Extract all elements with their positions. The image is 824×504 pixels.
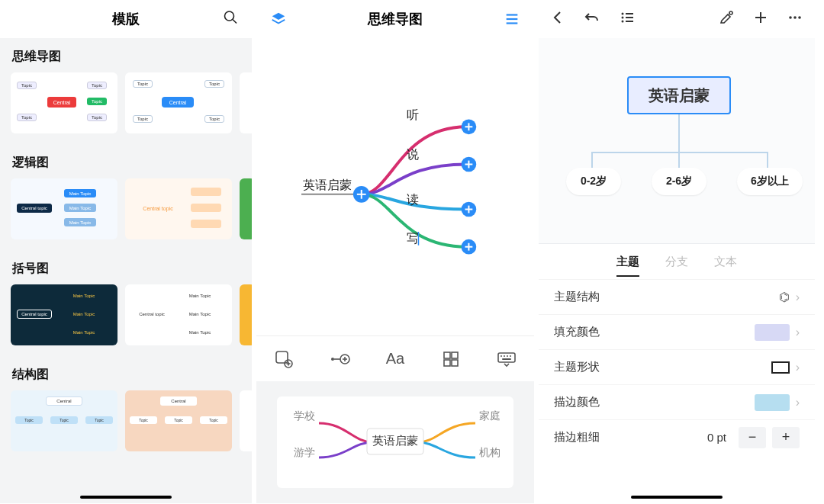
editor-title: 思维导图 xyxy=(287,10,504,28)
template-node: Topic xyxy=(133,115,153,123)
more-icon[interactable] xyxy=(787,11,803,27)
template-card-peek[interactable] xyxy=(240,72,252,133)
editor-toolbar: Aa xyxy=(256,335,534,381)
template-card-peek[interactable] xyxy=(240,284,252,345)
mindmap-canvas[interactable]: 英语启蒙 听 说 读 写 xyxy=(256,38,534,335)
svg-rect-31 xyxy=(444,352,450,358)
mindmap-root-text[interactable]: 英语启蒙 xyxy=(303,178,352,191)
mindmap-svg: 英语启蒙 听 说 读 写 xyxy=(256,38,534,335)
svg-rect-35 xyxy=(498,353,515,362)
row-label: 描边颜色 xyxy=(554,395,600,409)
org-root-label: 英语启蒙 xyxy=(649,85,710,106)
add-node-icon[interactable] xyxy=(269,349,299,369)
editor-screen: 思维导图 英语启蒙 听 说 读 写 xyxy=(256,0,539,503)
preview-right-1: 家庭 xyxy=(479,409,501,422)
svg-line-1 xyxy=(233,20,237,24)
home-indicator[interactable] xyxy=(631,496,723,499)
style-tabs: 主题 分支 文本 xyxy=(539,244,815,279)
template-card-peek[interactable] xyxy=(240,178,252,239)
template-node: Central xyxy=(47,97,76,108)
org-canvas[interactable]: 英语启蒙 0-2岁 2-6岁 6岁以上 xyxy=(539,38,815,244)
org-root-node[interactable]: 英语启蒙 xyxy=(627,76,731,114)
stroke-width-decrease[interactable]: − xyxy=(739,427,766,448)
section-title-logic: 逻辑图 xyxy=(0,144,252,178)
keyboard-icon[interactable] xyxy=(491,351,522,368)
template-card[interactable]: Central Topic Topic Topic xyxy=(125,390,232,451)
mindmap-child-text[interactable]: 说 xyxy=(407,148,419,161)
home-indicator[interactable] xyxy=(80,496,172,499)
template-card[interactable]: Central Topic Topic Topic xyxy=(11,390,117,451)
add-icon[interactable] xyxy=(754,11,768,27)
template-card[interactable]: Central topic Main Topic Main Topic Main… xyxy=(11,284,117,345)
svg-point-44 xyxy=(622,17,624,19)
template-node: Central xyxy=(46,396,82,406)
template-node: Central xyxy=(162,97,194,108)
row-structure[interactable]: 主题结构 ⌬› xyxy=(539,279,815,314)
back-icon[interactable] xyxy=(551,11,565,27)
add-child-button[interactable] xyxy=(353,186,370,203)
svg-point-42 xyxy=(622,13,624,15)
tab-text[interactable]: 文本 xyxy=(714,255,737,269)
svg-rect-33 xyxy=(444,360,450,366)
svg-rect-34 xyxy=(452,360,458,366)
org-child-node[interactable]: 2-6岁 xyxy=(652,168,707,195)
stroke-width-increase[interactable]: + xyxy=(772,427,800,448)
stroke-color-swatch xyxy=(755,394,790,411)
svg-point-26 xyxy=(331,358,334,361)
add-child-button[interactable] xyxy=(462,202,477,217)
template-node: Topic xyxy=(17,114,37,121)
style-top-toolbar xyxy=(539,0,815,38)
template-card[interactable]: Central topic xyxy=(125,178,232,239)
svg-point-53 xyxy=(798,16,801,19)
svg-point-52 xyxy=(793,16,797,19)
add-child-button[interactable] xyxy=(462,239,477,255)
org-child-node[interactable]: 6岁以上 xyxy=(737,168,803,195)
add-child-button[interactable] xyxy=(462,119,477,134)
template-node: Topic xyxy=(15,416,43,424)
chevron-right-icon: › xyxy=(796,326,800,339)
text-style-icon[interactable]: Aa xyxy=(380,350,410,368)
template-node: Topic xyxy=(17,82,37,89)
template-node: Central topic xyxy=(134,310,169,319)
template-row: Central topic Main Topic Main Topic Main… xyxy=(0,284,252,356)
paint-icon[interactable] xyxy=(719,10,734,28)
row-fill-color[interactable]: 填充颜色 › xyxy=(539,314,815,349)
svg-point-51 xyxy=(789,16,792,19)
add-child-button[interactable] xyxy=(462,157,477,172)
layout-icon[interactable] xyxy=(436,351,466,368)
tab-theme[interactable]: 主题 xyxy=(616,255,639,269)
layers-icon[interactable] xyxy=(270,11,287,27)
org-child-node[interactable]: 0-2岁 xyxy=(566,168,621,195)
template-node xyxy=(191,220,221,228)
preview-card[interactable]: 英语启蒙 学校 游学 家庭 机构 xyxy=(277,396,513,488)
svg-point-46 xyxy=(622,21,624,23)
template-card[interactable]: Central topic Main Topic Main Topic Main… xyxy=(125,284,232,345)
mindmap-child-text[interactable]: 读 xyxy=(407,193,419,206)
mindmap-child-text[interactable]: 听 xyxy=(407,108,419,121)
template-node: Topic xyxy=(87,82,107,89)
menu-icon[interactable] xyxy=(504,11,520,27)
template-node: Main Topic xyxy=(69,329,99,336)
mindmap-child-text-editing[interactable]: 写 xyxy=(407,232,419,245)
tab-branch[interactable]: 分支 xyxy=(665,255,688,269)
preview-panel: 英语启蒙 学校 游学 家庭 机构 xyxy=(256,381,534,503)
template-node: Central topic xyxy=(17,310,52,319)
structure-icon: ⌬ xyxy=(779,290,790,304)
add-subnode-icon[interactable] xyxy=(324,349,355,369)
undo-icon[interactable] xyxy=(584,11,600,27)
template-card[interactable]: Central Topic Topic Topic Topic xyxy=(125,72,232,133)
search-icon[interactable] xyxy=(223,10,238,29)
outline-icon[interactable] xyxy=(620,11,635,27)
template-node: Main Topic xyxy=(185,329,215,336)
template-card[interactable]: Central topic Main Topic Main Topic Main… xyxy=(11,178,117,239)
row-shape[interactable]: 主题形状 › xyxy=(539,349,815,384)
template-card[interactable]: Central Topic Topic Topic Topic Topic xyxy=(11,72,117,133)
template-node xyxy=(191,204,221,212)
row-stroke-color[interactable]: 描边颜色 › xyxy=(539,384,815,419)
section-title-brace: 括号图 xyxy=(0,250,252,284)
chevron-right-icon: › xyxy=(796,361,800,374)
svg-point-0 xyxy=(225,11,234,21)
template-card-peek[interactable] xyxy=(240,390,252,451)
fill-color-swatch xyxy=(755,324,790,341)
row-label: 主题形状 xyxy=(554,360,600,374)
